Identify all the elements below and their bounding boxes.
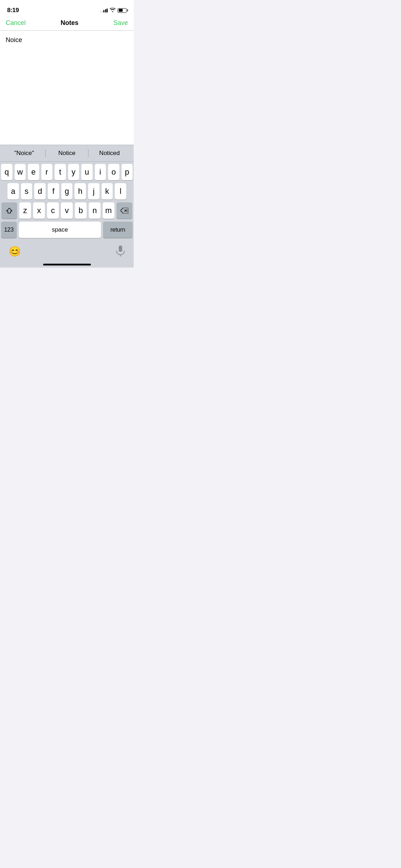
key-t[interactable]: t [55,164,66,180]
home-indicator [0,260,134,268]
autocomplete-item-quoted[interactable]: "Noice" [3,147,46,160]
status-bar: 8:19 [0,0,134,16]
key-y[interactable]: y [68,164,79,180]
key-j[interactable]: j [88,183,99,200]
key-d[interactable]: d [34,183,46,200]
key-r[interactable]: r [41,164,53,180]
svg-marker-0 [6,208,12,213]
key-o[interactable]: o [108,164,119,180]
key-i[interactable]: i [95,164,106,180]
status-time: 8:19 [7,7,19,14]
keyboard-row-2: a s d f g h j k l [1,183,133,200]
battery-icon [118,8,127,13]
key-b[interactable]: b [75,202,87,219]
key-w[interactable]: w [15,164,26,180]
emoji-button[interactable]: 😊 [9,246,21,257]
key-h[interactable]: h [74,183,86,200]
key-q[interactable]: q [1,164,12,180]
numbers-key[interactable]: 123 [1,222,17,238]
page-title: Notes [61,19,78,27]
key-n[interactable]: n [89,202,101,219]
autocomplete-item-noticed[interactable]: Noticed [88,147,131,160]
key-l[interactable]: l [115,183,126,200]
autocomplete-item-notice[interactable]: Notice [46,147,88,160]
save-button[interactable]: Save [113,19,128,27]
key-x[interactable]: x [33,202,45,219]
key-u[interactable]: u [81,164,93,180]
home-bar [43,264,91,265]
autocomplete-bar: "Noice" Notice Noticed [0,145,134,162]
space-key[interactable]: space [19,222,101,238]
key-s[interactable]: s [21,183,32,200]
key-z[interactable]: z [19,202,31,219]
nav-bar: Cancel Notes Save [0,16,134,31]
key-f[interactable]: f [48,183,59,200]
cancel-button[interactable]: Cancel [6,19,26,27]
note-area[interactable]: Noice [0,31,134,145]
key-a[interactable]: a [7,183,19,200]
mic-button[interactable] [116,245,125,258]
keyboard-row-1: q w e r t y u i o p [1,164,133,180]
keyboard-row-3: z x c v b n m [1,202,133,219]
bottom-toolbar: 😊 [0,242,134,260]
key-e[interactable]: e [28,164,39,180]
svg-rect-3 [119,246,122,252]
keyboard-row-4: 123 space return [1,222,133,238]
note-text: Noice [6,36,22,43]
shift-key[interactable] [1,202,17,219]
signal-icon [100,8,108,12]
key-m[interactable]: m [103,202,114,219]
wifi-icon [110,8,115,13]
key-v[interactable]: v [61,202,73,219]
keyboard: q w e r t y u i o p a s d f g h j k l z … [0,162,134,242]
key-p[interactable]: p [122,164,133,180]
key-k[interactable]: k [102,183,113,200]
key-c[interactable]: c [47,202,59,219]
delete-key[interactable] [117,202,132,219]
key-g[interactable]: g [61,183,73,200]
return-key[interactable]: return [103,222,133,238]
status-icons [100,8,127,13]
